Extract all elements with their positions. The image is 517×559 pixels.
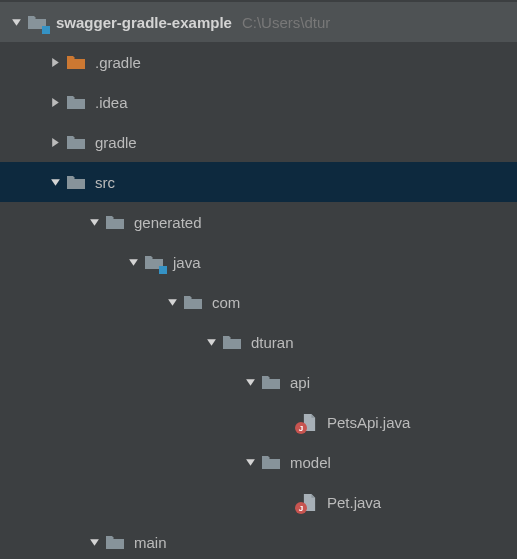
folder-label: gradle — [95, 134, 137, 151]
chevron-right-icon[interactable] — [45, 92, 65, 112]
folder-label: api — [290, 374, 310, 391]
chevron-down-icon[interactable] — [240, 452, 260, 472]
project-tree[interactable]: swagger-gradle-example C:\Users\dtur .gr… — [0, 0, 517, 559]
tree-row-gradle-cache[interactable]: .gradle — [0, 42, 517, 82]
chevron-down-icon[interactable] — [162, 292, 182, 312]
folder-label: generated — [134, 214, 202, 231]
excluded-folder-icon — [65, 52, 87, 72]
module-folder-icon — [26, 12, 48, 32]
chevron-right-icon[interactable] — [45, 52, 65, 72]
chevron-down-icon[interactable] — [201, 332, 221, 352]
folder-icon — [104, 532, 126, 552]
chevron-right-icon[interactable] — [45, 132, 65, 152]
tree-row-gradle[interactable]: gradle — [0, 122, 517, 162]
tree-row-api[interactable]: api — [0, 362, 517, 402]
source-folder-icon — [143, 252, 165, 272]
tree-row-dturan[interactable]: dturan — [0, 322, 517, 362]
chevron-down-icon[interactable] — [84, 212, 104, 232]
tree-row-petsapi[interactable]: J PetsApi.java — [0, 402, 517, 442]
chevron-down-icon[interactable] — [240, 372, 260, 392]
package-icon — [221, 332, 243, 352]
chevron-down-icon[interactable] — [84, 532, 104, 552]
package-icon — [182, 292, 204, 312]
folder-label: java — [173, 254, 201, 271]
tree-row-model[interactable]: model — [0, 442, 517, 482]
folder-label: model — [290, 454, 331, 471]
folder-label: dturan — [251, 334, 294, 351]
file-label: Pet.java — [327, 494, 381, 511]
tree-row-project-root[interactable]: swagger-gradle-example C:\Users\dtur — [0, 2, 517, 42]
folder-label: src — [95, 174, 115, 191]
folder-icon — [65, 92, 87, 112]
package-icon — [260, 372, 282, 392]
project-path: C:\Users\dtur — [242, 14, 330, 31]
folder-icon — [65, 172, 87, 192]
chevron-down-icon[interactable] — [123, 252, 143, 272]
project-name: swagger-gradle-example — [56, 14, 232, 31]
folder-label: .idea — [95, 94, 128, 111]
chevron-down-icon[interactable] — [45, 172, 65, 192]
folder-icon — [65, 132, 87, 152]
package-icon — [260, 452, 282, 472]
folder-icon — [104, 212, 126, 232]
tree-row-src[interactable]: src — [0, 162, 517, 202]
chevron-down-icon[interactable] — [6, 12, 26, 32]
tree-row-pet[interactable]: J Pet.java — [0, 482, 517, 522]
java-file-icon: J — [299, 412, 319, 432]
java-file-icon: J — [299, 492, 319, 512]
tree-row-generated[interactable]: generated — [0, 202, 517, 242]
folder-label: .gradle — [95, 54, 141, 71]
tree-row-main[interactable]: main — [0, 522, 517, 559]
tree-row-java[interactable]: java — [0, 242, 517, 282]
tree-row-idea[interactable]: .idea — [0, 82, 517, 122]
folder-label: main — [134, 534, 167, 551]
file-label: PetsApi.java — [327, 414, 410, 431]
tree-row-com[interactable]: com — [0, 282, 517, 322]
folder-label: com — [212, 294, 240, 311]
